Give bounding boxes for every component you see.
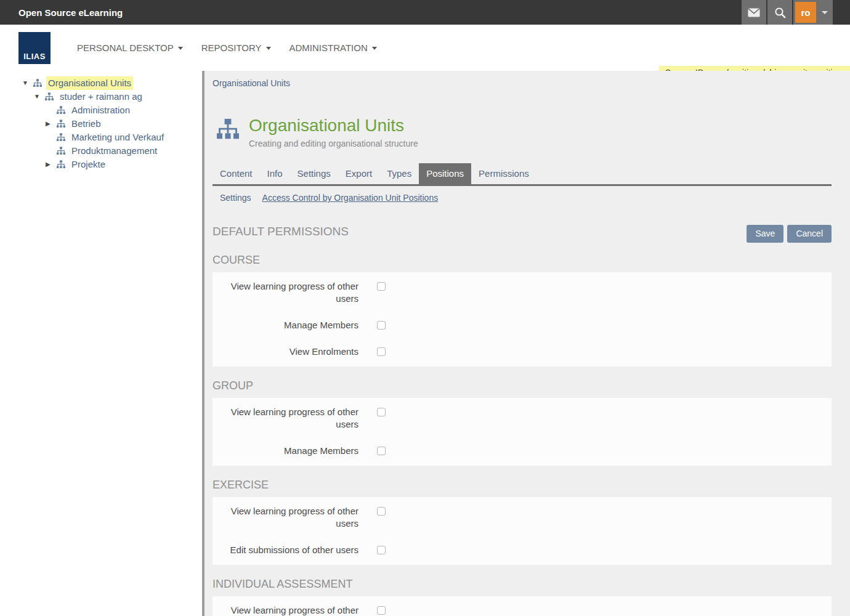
chevron-down-icon	[822, 11, 828, 14]
tree-item-label: Projekte	[70, 158, 107, 171]
permission-checkbox[interactable]	[377, 447, 386, 455]
main-nav: PERSONAL DESKTOPREPOSITORYADMINISTRATION	[68, 36, 386, 59]
form-section: INDIVIDUAL ASSESSMENTView learning progr…	[212, 578, 832, 616]
chevron-down-icon	[178, 47, 183, 50]
tab-positions[interactable]: Positions	[419, 163, 471, 184]
section-panel: View learning progress of other usersEdi…	[212, 497, 832, 565]
permission-row: View learning progress of other users	[212, 505, 832, 530]
org-unit-icon	[45, 92, 55, 101]
permission-label: Edit submissions of other users	[227, 544, 358, 556]
section-panel: View learning progress of other usersMan…	[212, 272, 832, 367]
permission-checkbox[interactable]	[377, 546, 386, 554]
top-bar: Open Source eLearning ro	[0, 0, 850, 25]
section-title: COURSE	[212, 254, 832, 267]
tree-item-label: Organisational Units	[46, 76, 133, 90]
permission-label: View learning progress of other users	[227, 505, 358, 530]
form-header: DEFAULT PERMISSIONS Save Cancel	[212, 225, 832, 243]
collapse-arrow-icon[interactable]: ▼	[34, 90, 45, 103]
mail-icon	[748, 8, 760, 17]
page-subtitle: Creating and editing organisational stru…	[249, 139, 418, 148]
nav-item-label: PERSONAL DESKTOP	[77, 43, 174, 53]
tab-info[interactable]: Info	[260, 163, 290, 184]
tree-item[interactable]: ▼studer + raimann ag	[0, 90, 202, 103]
form-sections: COURSEView learning progress of other us…	[212, 254, 832, 616]
expand-arrow-icon[interactable]: ▶	[46, 158, 57, 171]
breadcrumb[interactable]: Organisational Units	[212, 78, 290, 88]
permission-row: View learning progress of other users	[212, 604, 832, 616]
cancel-button[interactable]: Cancel	[787, 225, 832, 243]
org-unit-icon	[57, 120, 67, 128]
tree-item[interactable]: ▶Betrieb	[0, 117, 202, 131]
tree-item[interactable]: Produktmanagement	[0, 144, 202, 158]
permission-label: View learning progress of other users	[227, 604, 358, 616]
section-title: GROUP	[212, 379, 832, 392]
permission-checkbox[interactable]	[377, 282, 386, 291]
permission-label: View learning progress of other users	[227, 280, 358, 305]
section-title: INDIVIDUAL ASSESSMENT	[212, 578, 832, 591]
permission-label: View learning progress of other users	[227, 406, 358, 431]
user-menu-button[interactable]: ro	[793, 0, 833, 25]
permission-checkbox[interactable]	[377, 321, 386, 330]
tree-item[interactable]: Administration	[0, 103, 202, 117]
expand-arrow-icon[interactable]: ▶	[46, 117, 57, 131]
subtab-access-control-by-organisation-unit-positions[interactable]: Access Control by Organisation Unit Posi…	[262, 193, 439, 203]
topbar-actions: ro	[740, 0, 833, 25]
permission-checkbox[interactable]	[377, 408, 386, 416]
permission-row: View Enrolments	[212, 346, 832, 358]
form-section: GROUPView learning progress of other use…	[212, 379, 832, 466]
main-header: ILIAS PERSONAL DESKTOPREPOSITORYADMINIST…	[0, 25, 850, 71]
form-section: COURSEView learning progress of other us…	[212, 254, 832, 367]
nav-item-administration[interactable]: ADMINISTRATION	[280, 36, 386, 59]
mail-button[interactable]	[742, 0, 766, 25]
form-title: DEFAULT PERMISSIONS	[212, 225, 349, 238]
tab-export[interactable]: Export	[338, 163, 379, 184]
search-icon	[774, 7, 786, 18]
form-section: EXERCISEView learning progress of other …	[212, 479, 832, 565]
search-button[interactable]	[767, 0, 792, 25]
page-title-block: Organisational Units Creating and editin…	[217, 116, 832, 148]
page-title: Organisational Units	[249, 116, 418, 136]
tree-item[interactable]: Marketing und Verkauf	[0, 131, 202, 144]
subtab-bar: SettingsAccess Control by Organisation U…	[212, 186, 832, 203]
ilias-logo[interactable]: ILIAS	[18, 32, 51, 64]
chevron-down-icon	[266, 47, 271, 50]
tree-item-label: Betrieb	[70, 117, 103, 131]
main-content: Organisational Units Organisational Unit…	[212, 71, 832, 616]
avatar: ro	[795, 2, 816, 23]
permission-row: Manage Members	[212, 445, 832, 457]
nav-item-label: ADMINISTRATION	[289, 43, 368, 53]
permission-label: Manage Members	[227, 319, 358, 331]
chevron-down-icon	[372, 47, 377, 50]
permission-checkbox[interactable]	[377, 347, 386, 356]
permission-row: View learning progress of other users	[212, 280, 832, 305]
permission-checkbox[interactable]	[377, 606, 386, 615]
tab-permissions[interactable]: Permissions	[471, 163, 536, 184]
tree-item[interactable]: ▼Organisational Units	[0, 76, 202, 90]
app-title: Open Source eLearning	[18, 7, 123, 18]
section-panel: View learning progress of other usersSet…	[212, 596, 832, 616]
tab-bar: ContentInfoSettingsExportTypesPositionsP…	[212, 163, 832, 186]
subtab-settings[interactable]: Settings	[220, 193, 251, 203]
org-unit-icon	[57, 133, 67, 142]
nav-item-personal-desktop[interactable]: PERSONAL DESKTOP	[68, 36, 192, 59]
section-title: EXERCISE	[212, 479, 832, 492]
collapse-arrow-icon[interactable]: ▼	[22, 76, 33, 90]
org-unit-icon	[57, 160, 67, 169]
section-panel: View learning progress of other usersMan…	[212, 398, 832, 466]
tree-item-label: Administration	[70, 103, 132, 117]
org-unit-icon	[57, 106, 67, 115]
permission-row: Manage Members	[212, 319, 832, 331]
nav-item-repository[interactable]: REPOSITORY	[192, 36, 280, 59]
org-tree: ▼Organisational Units▼studer + raimann a…	[0, 76, 202, 171]
permission-label: View Enrolments	[227, 346, 358, 358]
tree-item[interactable]: ▶Projekte	[0, 158, 202, 171]
nav-item-label: REPOSITORY	[201, 43, 262, 53]
tab-content[interactable]: Content	[212, 163, 260, 184]
sidebar: ▼Organisational Units▼studer + raimann a…	[0, 71, 202, 616]
permission-checkbox[interactable]	[377, 507, 386, 516]
tree-item-label: studer + raimann ag	[58, 90, 144, 103]
org-unit-icon	[57, 147, 67, 155]
tab-settings[interactable]: Settings	[290, 163, 338, 184]
tab-types[interactable]: Types	[379, 163, 419, 184]
save-button[interactable]: Save	[747, 225, 783, 243]
